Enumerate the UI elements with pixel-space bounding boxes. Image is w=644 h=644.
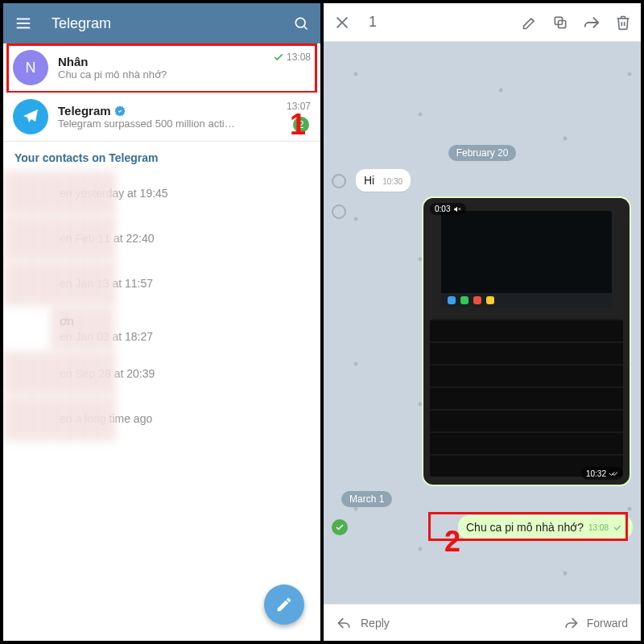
chat-time: 13:08: [273, 52, 311, 63]
select-circle[interactable]: [332, 204, 346, 219]
forward-icon[interactable]: [563, 615, 579, 631]
message-in[interactable]: Hi 10:30: [356, 169, 641, 192]
date-separator: March 1: [324, 491, 641, 507]
blurred-name: [3, 216, 116, 261]
close-icon[interactable]: [333, 14, 351, 31]
blurred-name: [3, 261, 116, 306]
contact-row[interactable]: en a long time ago: [3, 396, 320, 441]
message-text: Chu ca pi mô nhà nhớ?: [466, 521, 584, 534]
video-thumbnail: [441, 211, 612, 299]
svg-line-4: [304, 27, 308, 30]
blurred-name: [3, 396, 116, 441]
video-thumbnail-taskbar: [441, 293, 612, 308]
selection-count: 1: [369, 14, 377, 31]
chat-preview: Telegram surpassed 500 million acti…: [58, 118, 259, 130]
menu-icon[interactable]: [14, 14, 32, 32]
chat-list-header: Telegram: [3, 3, 320, 43]
step-marker-1: 1: [290, 108, 306, 142]
video-timestamp: 10:32: [581, 467, 623, 480]
contact-row[interactable]: en Sep 28 at 20:39: [3, 351, 320, 396]
reply-button[interactable]: Reply: [361, 617, 390, 630]
avatar: N: [13, 50, 48, 85]
read-checks-icon: [613, 522, 625, 533]
message-text: Hi: [364, 174, 374, 187]
contact-row[interactable]: en yesterday at 19:45: [3, 171, 320, 216]
telegram-avatar: [13, 99, 48, 134]
search-icon[interactable]: [293, 15, 309, 31]
chat-row-nhan[interactable]: N Nhân Chu ca pi mô nhà nhớ? 13:08: [3, 43, 320, 93]
video-message[interactable]: 0:03 10:32: [422, 196, 631, 486]
app-title: Telegram: [52, 15, 293, 32]
blurred-name: [3, 171, 116, 216]
forward-icon[interactable]: [583, 14, 601, 31]
contact-row[interactable]: ơn en Jan 03 at 18:27: [3, 306, 320, 351]
blurred-name: [3, 351, 116, 396]
selection-header: 1: [324, 3, 641, 42]
message-time: 13:08: [588, 523, 609, 532]
blurred-name: [52, 306, 116, 351]
compose-fab[interactable]: [264, 584, 304, 625]
chat-list: N Nhân Chu ca pi mô nhà nhớ? 13:08: [3, 43, 320, 142]
chat-row-telegram[interactable]: Telegram Telegram surpassed 500 million …: [3, 93, 320, 142]
video-thumbnail-keyboard: [430, 319, 623, 477]
date-separator: February 20: [324, 145, 641, 161]
video-duration: 0:03: [430, 203, 466, 215]
selected-check-icon[interactable]: [332, 519, 348, 535]
mute-icon: [453, 205, 461, 213]
forward-button[interactable]: Forward: [587, 617, 628, 630]
delete-icon[interactable]: [615, 14, 631, 31]
message-time: 10:30: [382, 177, 402, 186]
edit-icon[interactable]: [522, 14, 538, 31]
verified-icon: [114, 105, 126, 117]
contact-row[interactable]: en Jan 13 at 11:57: [3, 261, 320, 306]
contacts-list: en yesterday at 19:45 en Feb 11 at 22:40…: [3, 171, 320, 441]
reply-icon[interactable]: [336, 615, 353, 631]
message-out-row[interactable]: Chu ca pi mô nhà nhớ? 13:08: [332, 515, 633, 539]
selection-bottom-bar: Reply Forward: [324, 604, 641, 641]
message-out[interactable]: Chu ca pi mô nhà nhớ? 13:08: [458, 515, 633, 539]
svg-point-3: [295, 18, 305, 27]
select-circle[interactable]: [332, 174, 346, 188]
contact-row[interactable]: en Feb 11 at 22:40: [3, 216, 320, 261]
check-icon: [273, 52, 284, 63]
contacts-section-title: Your contacts on Telegram: [3, 142, 320, 171]
chat-name: Telegram: [58, 104, 311, 118]
avatar-letter: N: [26, 60, 36, 76]
chat-preview: Chu ca pi mô nhà nhớ?: [58, 68, 259, 80]
copy-icon[interactable]: [552, 14, 568, 31]
chat-area[interactable]: February 20 Hi 10:30: [324, 42, 641, 604]
